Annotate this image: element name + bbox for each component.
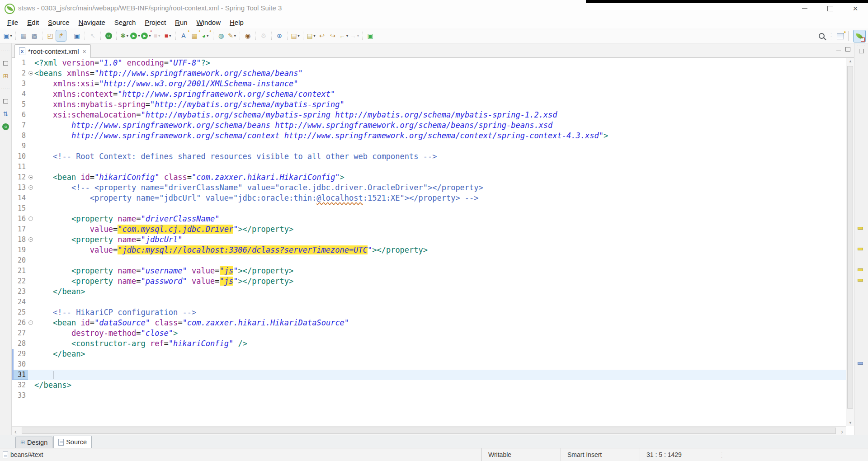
open-task-icon[interactable]: ◰ (45, 30, 55, 41)
open-perspective-button[interactable] (835, 31, 845, 42)
tab-design[interactable]: ⊞ Design (15, 437, 52, 448)
debug-icon[interactable]: ✱▾ (119, 30, 129, 41)
run-icon[interactable]: ▶▾ (130, 30, 140, 41)
editor-tab-root-context[interactable]: X *root-context.xml × (14, 44, 91, 58)
link-with-editor-icon[interactable]: ▣ (365, 30, 375, 41)
save-all-icon[interactable]: ▩ (29, 30, 39, 41)
boot-dashboard-icon[interactable]: ⊙ (104, 30, 113, 41)
minimize-button[interactable] (792, 0, 817, 17)
new-web-service-icon[interactable]: ◕*▾ (200, 30, 210, 41)
code-line-16[interactable]: 16 <property name="driverClassName" (12, 214, 846, 224)
code-line-15[interactable]: 15 (12, 203, 846, 214)
code-line-19[interactable]: 19 value="jdbc:mysql://localhost:3306/dc… (12, 245, 846, 255)
code-line-4[interactable]: 4 xmlns:context="http://www.springframew… (12, 89, 846, 99)
scroll-left-icon[interactable]: ‹ (14, 427, 17, 436)
restore-view-icon[interactable] (1, 97, 10, 105)
run-history-icon[interactable]: ▤▾ (290, 30, 300, 41)
import-config-icon[interactable]: ↱ (56, 30, 66, 41)
code-line-21[interactable]: 21 <property name="username" value="js">… (12, 266, 846, 276)
vertical-scroll-thumb[interactable] (847, 66, 853, 409)
web-globe-icon[interactable]: ⊕ (274, 30, 284, 41)
code-line-1[interactable]: 1<?xml version="1.0" encoding="UTF-8"?> (12, 58, 846, 68)
menu-edit[interactable]: Edit (23, 18, 43, 28)
menu-source[interactable]: Source (43, 18, 74, 28)
code-line-9[interactable]: 9 (12, 141, 846, 151)
code-line-6[interactable]: 6 xsi:schemaLocation="http://mybatis.org… (12, 110, 846, 120)
restore-view-icon[interactable] (859, 49, 864, 53)
save-icon[interactable]: ▦ (19, 30, 28, 41)
fold-collapse-icon[interactable] (28, 216, 33, 221)
scroll-down-icon[interactable]: ▼ (846, 421, 854, 425)
code-line-27[interactable]: 27 destroy-method="close"> (12, 328, 846, 339)
spring-perspective-button[interactable] (854, 30, 865, 42)
menu-search[interactable]: Search (110, 18, 141, 28)
fold-collapse-icon[interactable] (28, 237, 33, 242)
scroll-right-icon[interactable]: › (841, 427, 843, 436)
code-line-3[interactable]: 3 xmlns:xsi="http://www.w3.org/2001/XMLS… (12, 79, 846, 89)
code-line-23[interactable]: 23 </bean> (12, 287, 846, 297)
pencil-icon[interactable]: ✎▾ (227, 30, 237, 41)
code-line-24[interactable]: 24 (12, 297, 846, 307)
maximize-button[interactable] (817, 0, 843, 17)
overview-mark[interactable] (858, 279, 863, 282)
code-line-22[interactable]: 22 <property name="password" value="js">… (12, 276, 846, 287)
fold-collapse-icon[interactable] (28, 320, 33, 325)
code-line-29[interactable]: 29 </bean> (12, 349, 846, 359)
code-line-13[interactable]: 13 <!-- <property name="driverClassName"… (12, 183, 846, 193)
menu-project[interactable]: Project (140, 18, 170, 28)
marker-file-icon[interactable]: ▤▾ (306, 30, 316, 41)
overview-mark[interactable] (858, 268, 863, 271)
overview-mark[interactable] (858, 227, 863, 230)
code-line-25[interactable]: 25 <!-- HikariCP configuration --> (12, 307, 846, 318)
web-browser-icon[interactable]: ◍ (216, 30, 226, 41)
code-line-28[interactable]: 28 <constructor-arg ref="hikariConfig" /… (12, 339, 846, 349)
new-wizard-icon[interactable]: ▣▾ (3, 30, 13, 41)
code-line-30[interactable]: 30 (12, 359, 846, 370)
minimize-editor-icon[interactable] (836, 51, 841, 52)
forward-icon[interactable]: →▾ (349, 30, 359, 41)
menu-file[interactable]: File (3, 18, 23, 28)
maximize-editor-icon[interactable] (845, 47, 850, 52)
code-line-8[interactable]: 8 http://www.springframework.org/schema/… (12, 131, 846, 141)
properties-sliders-icon[interactable]: ⇅ (1, 110, 10, 118)
code-line-11[interactable]: 11 (12, 162, 846, 172)
new-annotation-icon[interactable]: A* (179, 30, 189, 41)
coverage-icon[interactable]: ▶*▾ (141, 30, 151, 41)
code-line-31[interactable]: 31 (12, 370, 846, 380)
console-icon[interactable]: ▣ (72, 30, 82, 41)
new-table-icon[interactable]: ▦* (189, 30, 199, 41)
code-line-18[interactable]: 18 <property name="jdbcUrl" (12, 235, 846, 245)
selection-cursor-icon[interactable]: ↖ (88, 30, 98, 41)
restore-view-icon[interactable] (1, 59, 10, 67)
fold-collapse-icon[interactable] (28, 175, 33, 179)
code-line-17[interactable]: 17 value="com.mysql.cj.jdbc.Driver"></pr… (12, 224, 846, 235)
close-button[interactable]: × (843, 0, 868, 17)
code-line-32[interactable]: 32</beans> (12, 380, 846, 390)
search-button[interactable] (817, 31, 827, 42)
fold-collapse-icon[interactable] (28, 185, 33, 190)
horizontal-scroll-thumb[interactable] (22, 428, 836, 434)
back-icon[interactable]: ←▾ (339, 30, 349, 41)
code-line-5[interactable]: 5 xmlns:mybatis-spring="http://mybatis.o… (12, 99, 846, 110)
overview-mark[interactable] (858, 362, 863, 365)
code-line-2[interactable]: 2<beans xmlns="http://www.springframewor… (12, 68, 846, 79)
last-edit-location-icon[interactable]: ↩ (317, 30, 327, 41)
horizontal-scrollbar[interactable]: ‹ › (12, 426, 846, 435)
menu-run[interactable]: Run (170, 18, 192, 28)
code-line-14[interactable]: 14 <property name="jdbcUrl" value="jdbc:… (12, 193, 846, 203)
code-line-33[interactable]: 33 (12, 390, 846, 401)
stop-icon[interactable]: ■▾ (163, 30, 173, 41)
fold-collapse-icon[interactable] (28, 71, 33, 75)
code-line-20[interactable]: 20 (12, 255, 846, 266)
code-line-12[interactable]: 12 <bean id="hikariConfig" class="com.za… (12, 172, 846, 183)
profile-icon[interactable]: ■▾ (152, 30, 162, 41)
code-editor[interactable]: 1<?xml version="1.0" encoding="UTF-8"?>2… (12, 58, 846, 426)
vertical-scrollbar[interactable]: ▲ ▼ (846, 58, 854, 426)
menu-help[interactable]: Help (225, 18, 248, 28)
next-edit-location-icon[interactable]: ↪ (328, 30, 338, 41)
code-line-10[interactable]: 10 <!-- Root Context: defines shared res… (12, 151, 846, 162)
package-explorer-icon[interactable]: ⊞ (1, 72, 10, 80)
menu-window[interactable]: Window (192, 18, 225, 28)
overview-mark[interactable] (858, 248, 863, 250)
code-line-7[interactable]: 7 http://www.springframework.org/schema/… (12, 120, 846, 131)
